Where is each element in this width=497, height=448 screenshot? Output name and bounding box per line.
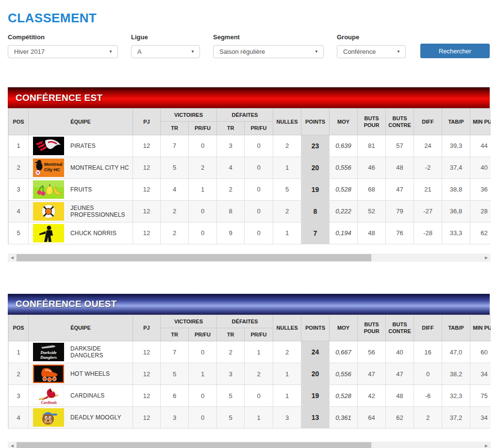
cell-diff: -6	[414, 385, 442, 407]
scrollbar-thumb[interactable]	[17, 442, 371, 448]
cell-moy: 0,556	[330, 157, 358, 178]
scroll-left-arrow-icon[interactable]: ◀	[8, 254, 17, 262]
cell-defaites-prfu: 0	[245, 385, 273, 407]
cell-victoires-tr: 5	[161, 363, 189, 385]
col-equipe-header: ÉQUIPE	[29, 109, 133, 135]
cell-victoires-tr: 4	[161, 178, 189, 200]
cell-defaites-tr: 3	[217, 135, 245, 157]
scroll-right-arrow-icon[interactable]: ▶	[482, 442, 491, 448]
cell-buts-contre: 57	[386, 135, 414, 157]
cell-defaites-tr: 5	[217, 407, 245, 429]
svg-text:Darkside: Darkside	[40, 350, 57, 355]
cell-points: 24	[301, 341, 330, 363]
search-button[interactable]: Rechercher	[420, 44, 490, 58]
cell-pos: 2	[9, 363, 29, 385]
team-name: HOT WHEELS	[70, 370, 110, 377]
cell-pj: 12	[133, 407, 161, 429]
conference-ouest-banner: CONFÉRENCE OUEST	[8, 294, 490, 315]
scroll-right-arrow-icon[interactable]: ▶	[482, 254, 491, 262]
team-row: 3 FRUITS 1241205190,52868472138,836	[9, 178, 491, 200]
cell-tabp: 37,4	[442, 157, 470, 178]
svg-text:Montreal: Montreal	[44, 162, 63, 167]
team-row: 1 PIRATES 1270302230,63981572439,344	[9, 135, 491, 157]
team-logo-pirate-icon	[33, 137, 64, 155]
cell-victoires-tr: 7	[161, 341, 189, 363]
team-name: CHUCK NORRIS	[70, 230, 116, 237]
cell-pj: 12	[133, 178, 161, 200]
cell-buts-contre: 47	[386, 178, 414, 200]
cell-points: 19	[301, 178, 330, 200]
team-name: CARDINALS	[70, 392, 104, 399]
cell-nulles: 2	[273, 341, 301, 363]
team-logo-hotwheels-icon	[33, 365, 64, 383]
cell-nulles: 1	[273, 157, 301, 178]
cell-victoires-tr: 3	[161, 407, 189, 429]
horizontal-scrollbar[interactable]: ◀ ▶	[8, 442, 491, 448]
scroll-left-arrow-icon[interactable]: ◀	[8, 442, 17, 448]
col-moy-header: MOY	[330, 109, 358, 135]
ligue-select[interactable]: A ▼	[131, 45, 200, 58]
cell-points: 19	[301, 385, 330, 407]
segment-select[interactable]: Saison régulière ▼	[213, 45, 324, 58]
team-name: MONTREAL CITY HC	[70, 164, 129, 171]
groupe-select[interactable]: Conférence ▼	[337, 45, 406, 58]
cell-points: 13	[301, 407, 330, 429]
cell-pj: 12	[133, 222, 161, 244]
col-victoires-prfu-header: PR/FU	[189, 122, 217, 135]
col-defaites-tr-header: TR	[217, 328, 245, 341]
cell-team: PIRATES	[29, 135, 133, 157]
conference-ouest-section: CONFÉRENCE OUEST POS ÉQUIPE PJ VICTOIRES…	[8, 294, 490, 448]
cell-points: 20	[301, 363, 330, 385]
conference-est-table-wrap: POS ÉQUIPE PJ VICTOIRES DÉFAITES NULLES …	[8, 108, 491, 244]
team-logo-cardinal-icon: Cardinals	[33, 386, 64, 405]
conference-ouest-table: POS ÉQUIPE PJ VICTOIRES DÉFAITES NULLES …	[8, 315, 491, 429]
cell-team: HOT WHEELS	[29, 363, 133, 385]
cell-defaites-tr: 4	[217, 157, 245, 178]
cell-buts-pour: 46	[358, 157, 386, 178]
cell-victoires-tr: 5	[161, 157, 189, 178]
col-buts-contre-header: BUTS CONTRE	[386, 315, 414, 341]
cell-defaites-tr: 8	[217, 200, 245, 222]
col-defaites-header: DÉFAITES	[217, 315, 273, 328]
cell-pos: 1	[9, 341, 29, 363]
cell-moy: 0,361	[330, 407, 358, 429]
cell-diff: -27	[414, 200, 442, 222]
standings-page: CLASSEMENT Compétition Hiver 2017 ▼ Ligu…	[0, 0, 497, 448]
col-points-header: POINTS	[301, 315, 330, 341]
cell-min-pun: 28	[470, 200, 491, 222]
cell-nulles: 1	[273, 222, 301, 244]
cell-defaites-prfu: 0	[245, 178, 273, 200]
cell-defaites-prfu: 2	[245, 363, 273, 385]
cell-tabp: 33,3	[442, 222, 470, 244]
cell-victoires-prfu: 0	[189, 135, 217, 157]
cell-min-pun: 44	[470, 135, 491, 157]
cell-nulles: 1	[273, 385, 301, 407]
cell-buts-pour: 68	[358, 178, 386, 200]
col-equipe-header: ÉQUIPE	[29, 315, 133, 341]
col-victoires-header: VICTOIRES	[161, 315, 217, 328]
team-row: 2 HOT WHEELS 1251321200,5564747038,234	[9, 363, 491, 385]
team-name: FRUITS	[70, 186, 92, 193]
cell-tabp: 39,3	[442, 135, 470, 157]
competition-filter: Compétition Hiver 2017 ▼	[8, 33, 118, 58]
competition-select[interactable]: Hiver 2017 ▼	[8, 45, 118, 58]
scrollbar-thumb[interactable]	[17, 254, 371, 261]
col-defaites-header: DÉFAITES	[217, 109, 273, 122]
cell-buts-pour: 52	[358, 200, 386, 222]
team-row: 4 JEUNES PROFESSIONNELS 122080280,222527…	[9, 200, 491, 222]
horizontal-scrollbar[interactable]: ◀ ▶	[8, 254, 491, 262]
cell-tabp: 47,0	[442, 341, 470, 363]
cell-buts-pour: 56	[358, 341, 386, 363]
cell-victoires-prfu: 2	[189, 157, 217, 178]
segment-label: Segment	[213, 33, 324, 41]
cell-pos: 3	[9, 178, 29, 200]
competition-label: Compétition	[8, 33, 118, 41]
cell-team: Cardinals CARDINALS	[29, 385, 133, 407]
cell-min-pun: 34	[470, 363, 491, 385]
cell-pj: 12	[133, 385, 161, 407]
svg-text:Cardinals: Cardinals	[41, 400, 57, 405]
team-logo-fruits-icon	[33, 180, 64, 199]
cell-defaites-prfu: 1	[245, 407, 273, 429]
cell-min-pun: 62	[470, 222, 491, 244]
cell-min-pun: 34	[470, 407, 491, 429]
